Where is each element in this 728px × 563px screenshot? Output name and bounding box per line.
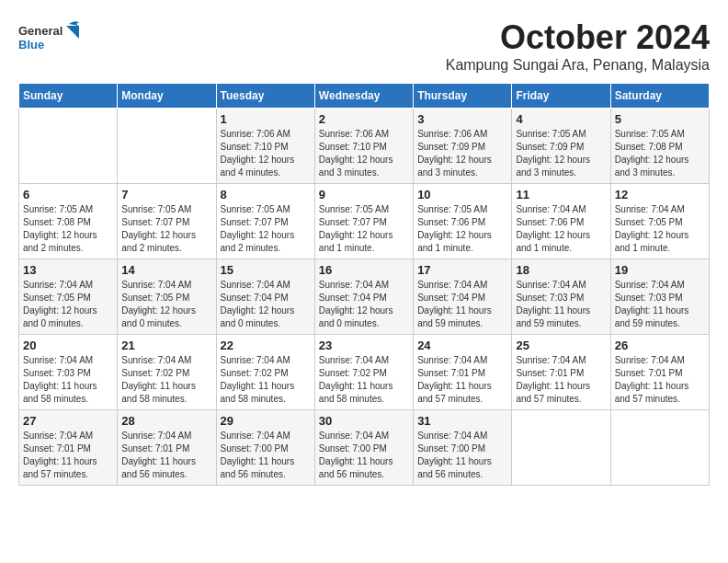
day-info: Sunrise: 7:04 AM Sunset: 7:03 PM Dayligh… <box>23 354 113 406</box>
day-info: Sunrise: 7:04 AM Sunset: 7:03 PM Dayligh… <box>516 279 606 330</box>
day-number: 21 <box>121 339 211 352</box>
day-number: 19 <box>615 263 705 277</box>
calendar-cell <box>19 109 118 184</box>
day-info: Sunrise: 7:04 AM Sunset: 7:06 PM Dayligh… <box>516 203 606 255</box>
day-number: 17 <box>417 263 507 277</box>
day-info: Sunrise: 7:05 AM Sunset: 7:08 PM Dayligh… <box>615 128 705 179</box>
day-number: 1 <box>221 112 311 126</box>
day-number: 12 <box>615 188 705 201</box>
calendar-cell: 13Sunrise: 7:04 AM Sunset: 7:05 PM Dayli… <box>19 259 118 335</box>
day-number: 24 <box>417 339 507 352</box>
calendar-cell: 15Sunrise: 7:04 AM Sunset: 7:04 PM Dayli… <box>216 259 314 335</box>
calendar-cell: 29Sunrise: 7:04 AM Sunset: 7:00 PM Dayli… <box>216 410 314 486</box>
day-info: Sunrise: 7:04 AM Sunset: 7:02 PM Dayligh… <box>121 354 211 406</box>
calendar-cell: 5Sunrise: 7:05 AM Sunset: 7:08 PM Daylig… <box>610 109 709 184</box>
day-number: 27 <box>23 414 113 428</box>
day-info: Sunrise: 7:05 AM Sunset: 7:07 PM Dayligh… <box>319 203 409 255</box>
calendar-cell: 19Sunrise: 7:04 AM Sunset: 7:03 PM Dayli… <box>610 259 709 335</box>
weekday-header-friday: Friday <box>512 84 610 109</box>
day-info: Sunrise: 7:06 AM Sunset: 7:10 PM Dayligh… <box>319 128 409 179</box>
day-number: 16 <box>319 263 409 277</box>
day-number: 18 <box>516 263 606 277</box>
day-number: 3 <box>417 112 507 126</box>
calendar-cell: 25Sunrise: 7:04 AM Sunset: 7:01 PM Dayli… <box>512 335 610 410</box>
day-number: 2 <box>319 112 409 126</box>
calendar-cell: 2Sunrise: 7:06 AM Sunset: 7:10 PM Daylig… <box>314 109 413 184</box>
calendar-cell: 24Sunrise: 7:04 AM Sunset: 7:01 PM Dayli… <box>414 335 512 410</box>
day-number: 11 <box>516 188 606 201</box>
calendar-cell: 28Sunrise: 7:04 AM Sunset: 7:01 PM Dayli… <box>118 410 216 486</box>
weekday-header-saturday: Saturday <box>610 84 709 109</box>
day-info: Sunrise: 7:04 AM Sunset: 7:02 PM Dayligh… <box>221 354 311 406</box>
day-info: Sunrise: 7:04 AM Sunset: 7:04 PM Dayligh… <box>319 279 409 330</box>
calendar-cell: 1Sunrise: 7:06 AM Sunset: 7:10 PM Daylig… <box>216 109 314 184</box>
calendar-cell: 18Sunrise: 7:04 AM Sunset: 7:03 PM Dayli… <box>512 259 610 335</box>
weekday-header-wednesday: Wednesday <box>314 84 413 109</box>
day-info: Sunrise: 7:04 AM Sunset: 7:01 PM Dayligh… <box>417 354 507 406</box>
calendar-cell: 23Sunrise: 7:04 AM Sunset: 7:02 PM Dayli… <box>314 335 413 410</box>
day-info: Sunrise: 7:05 AM Sunset: 7:07 PM Dayligh… <box>221 203 311 255</box>
day-info: Sunrise: 7:05 AM Sunset: 7:09 PM Dayligh… <box>516 128 606 179</box>
weekday-header-sunday: Sunday <box>19 84 118 109</box>
day-number: 28 <box>121 414 211 428</box>
day-number: 4 <box>516 112 606 126</box>
calendar-cell: 4Sunrise: 7:05 AM Sunset: 7:09 PM Daylig… <box>512 109 610 184</box>
day-number: 20 <box>23 339 113 352</box>
calendar-cell <box>610 410 709 486</box>
svg-text:Blue: Blue <box>18 38 44 52</box>
calendar-cell: 27Sunrise: 7:04 AM Sunset: 7:01 PM Dayli… <box>19 410 118 486</box>
logo: General Blue <box>18 18 92 60</box>
day-number: 7 <box>121 188 211 201</box>
day-info: Sunrise: 7:04 AM Sunset: 7:04 PM Dayligh… <box>221 279 311 330</box>
day-info: Sunrise: 7:06 AM Sunset: 7:09 PM Dayligh… <box>417 128 507 179</box>
day-info: Sunrise: 7:04 AM Sunset: 7:05 PM Dayligh… <box>615 203 705 255</box>
calendar-cell: 3Sunrise: 7:06 AM Sunset: 7:09 PM Daylig… <box>414 109 512 184</box>
day-number: 9 <box>319 188 409 201</box>
day-number: 30 <box>319 414 409 428</box>
calendar-cell: 26Sunrise: 7:04 AM Sunset: 7:01 PM Dayli… <box>610 335 709 410</box>
weekday-header-monday: Monday <box>118 84 216 109</box>
day-info: Sunrise: 7:05 AM Sunset: 7:08 PM Dayligh… <box>23 203 113 255</box>
calendar-week-row: 20Sunrise: 7:04 AM Sunset: 7:03 PM Dayli… <box>19 335 710 410</box>
calendar-cell: 12Sunrise: 7:04 AM Sunset: 7:05 PM Dayli… <box>610 184 709 259</box>
page-header: General Blue October 2024 Kampung Sungai… <box>18 18 710 74</box>
calendar-cell: 8Sunrise: 7:05 AM Sunset: 7:07 PM Daylig… <box>216 184 314 259</box>
svg-text:General: General <box>18 24 63 38</box>
weekday-header-row: SundayMondayTuesdayWednesdayThursdayFrid… <box>19 84 710 109</box>
calendar-cell: 9Sunrise: 7:05 AM Sunset: 7:07 PM Daylig… <box>314 184 413 259</box>
day-info: Sunrise: 7:06 AM Sunset: 7:10 PM Dayligh… <box>221 128 311 179</box>
day-info: Sunrise: 7:04 AM Sunset: 7:04 PM Dayligh… <box>417 279 507 330</box>
calendar-cell: 30Sunrise: 7:04 AM Sunset: 7:00 PM Dayli… <box>314 410 413 486</box>
logo-svg: General Blue <box>18 18 92 60</box>
calendar-cell: 22Sunrise: 7:04 AM Sunset: 7:02 PM Dayli… <box>216 335 314 410</box>
title-block: October 2024 Kampung Sungai Ara, Penang,… <box>446 18 710 74</box>
calendar-cell: 16Sunrise: 7:04 AM Sunset: 7:04 PM Dayli… <box>314 259 413 335</box>
day-info: Sunrise: 7:04 AM Sunset: 7:02 PM Dayligh… <box>319 354 409 406</box>
calendar-cell: 14Sunrise: 7:04 AM Sunset: 7:05 PM Dayli… <box>118 259 216 335</box>
day-info: Sunrise: 7:04 AM Sunset: 7:03 PM Dayligh… <box>615 279 705 330</box>
day-number: 13 <box>23 263 113 277</box>
day-info: Sunrise: 7:04 AM Sunset: 7:01 PM Dayligh… <box>23 430 113 481</box>
calendar-cell: 11Sunrise: 7:04 AM Sunset: 7:06 PM Dayli… <box>512 184 610 259</box>
day-number: 8 <box>221 188 311 201</box>
calendar-week-row: 6Sunrise: 7:05 AM Sunset: 7:08 PM Daylig… <box>19 184 710 259</box>
calendar-week-row: 27Sunrise: 7:04 AM Sunset: 7:01 PM Dayli… <box>19 410 710 486</box>
day-info: Sunrise: 7:04 AM Sunset: 7:05 PM Dayligh… <box>23 279 113 330</box>
day-number: 29 <box>221 414 311 428</box>
calendar-cell: 10Sunrise: 7:05 AM Sunset: 7:06 PM Dayli… <box>414 184 512 259</box>
weekday-header-tuesday: Tuesday <box>216 84 314 109</box>
day-number: 15 <box>221 263 311 277</box>
weekday-header-thursday: Thursday <box>414 84 512 109</box>
calendar-cell: 6Sunrise: 7:05 AM Sunset: 7:08 PM Daylig… <box>19 184 118 259</box>
svg-marker-2 <box>66 26 79 39</box>
location-title: Kampung Sungai Ara, Penang, Malaysia <box>446 57 710 74</box>
calendar-cell <box>512 410 610 486</box>
day-info: Sunrise: 7:04 AM Sunset: 7:00 PM Dayligh… <box>417 430 507 481</box>
day-info: Sunrise: 7:05 AM Sunset: 7:07 PM Dayligh… <box>121 203 211 255</box>
day-info: Sunrise: 7:04 AM Sunset: 7:01 PM Dayligh… <box>121 430 211 481</box>
calendar-cell: 7Sunrise: 7:05 AM Sunset: 7:07 PM Daylig… <box>118 184 216 259</box>
calendar-cell: 20Sunrise: 7:04 AM Sunset: 7:03 PM Dayli… <box>19 335 118 410</box>
month-title: October 2024 <box>446 18 710 57</box>
day-number: 25 <box>516 339 606 352</box>
day-number: 14 <box>121 263 211 277</box>
